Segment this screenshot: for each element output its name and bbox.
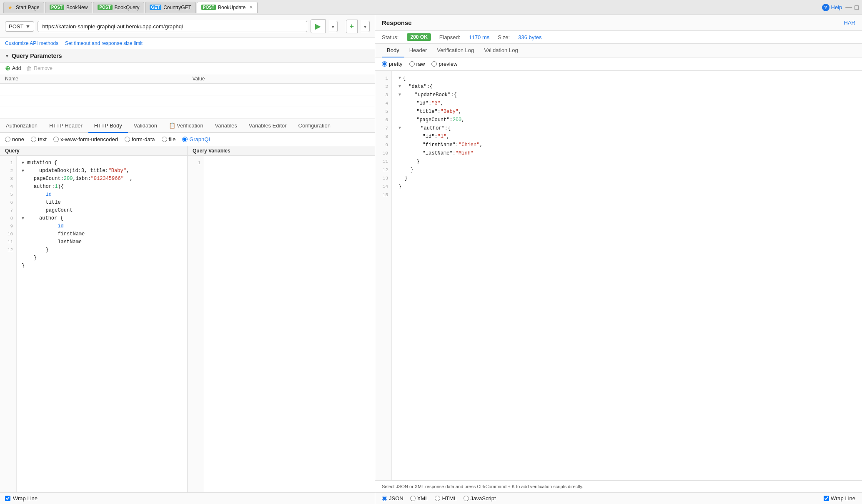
query-variables-content[interactable] xyxy=(204,156,375,492)
option-file[interactable]: file xyxy=(162,136,176,142)
add-button[interactable]: + xyxy=(346,20,358,33)
option-graphql[interactable]: GraphQL xyxy=(182,136,211,142)
elapsed-label: Elapsed: xyxy=(439,34,461,40)
col-name: Name xyxy=(0,74,188,84)
resp-tab-validation-log[interactable]: Validation Log xyxy=(479,44,523,57)
query-code-editor[interactable]: 1 2 3 4 5 6 7 8 9 10 11 12 xyxy=(0,156,187,492)
tab-http-header[interactable]: HTTP Header xyxy=(43,119,88,133)
resp-wrap-line[interactable]: Wrap Line xyxy=(824,495,855,502)
tab-authorization[interactable]: Authorization xyxy=(0,119,43,133)
tab-validation[interactable]: Validation xyxy=(128,119,163,133)
maximize-icon[interactable]: □ xyxy=(854,4,859,11)
query-code-content[interactable]: ▼ mutation { ▼ updateBook(id:3, title:"B… xyxy=(17,156,187,492)
remove-param-button[interactable]: 🗑 Remove xyxy=(26,65,53,72)
tab-verification[interactable]: 📋Verification xyxy=(163,119,209,133)
resp-wrap-line-checkbox[interactable] xyxy=(824,496,829,501)
url-input[interactable] xyxy=(38,21,307,32)
response-tabs: Body Header Verification Log Validation … xyxy=(375,44,862,57)
tab-countryget[interactable]: GET CountryGET xyxy=(145,2,196,13)
option-xwww[interactable]: x-www-form-urlencoded xyxy=(53,136,118,142)
param-value-input[interactable] xyxy=(193,98,370,104)
variables-line-numbers: 1 xyxy=(188,156,204,492)
verification-icon: 📋 xyxy=(169,122,175,129)
option-formdata[interactable]: form-data xyxy=(125,136,155,142)
left-panel: POST ▼ ▶ ▼ + ▼ Customize API methods Set… xyxy=(0,15,375,504)
resp-wrap-line-label: Wrap Line xyxy=(831,495,855,502)
params-table-container: Name Value xyxy=(0,74,375,119)
json-line-numbers: 1 2 3 4 5 6 7 8 9 10 11 12 13 14 15 xyxy=(375,71,392,480)
json-line: ▼ { xyxy=(398,74,855,82)
resp-tab-header[interactable]: Header xyxy=(404,44,432,57)
json-line: "lastName":"Minh" xyxy=(398,149,855,157)
param-name-input[interactable] xyxy=(5,87,183,92)
tab-configuration[interactable]: Configuration xyxy=(293,119,336,133)
collapse-icon[interactable]: ▼ xyxy=(398,82,401,91)
param-name-input[interactable] xyxy=(5,98,183,104)
tab-bookupdate[interactable]: POST BookUpdate ✕ xyxy=(197,2,258,13)
collapse-icon[interactable]: ▼ xyxy=(398,91,401,99)
star-icon: ★ xyxy=(8,5,13,10)
add-param-label: Add xyxy=(12,65,21,71)
resp-tab-body[interactable]: Body xyxy=(382,44,404,57)
params-title: Query Parameters xyxy=(12,52,62,59)
har-link[interactable]: HAR xyxy=(844,20,855,26)
col-value: Value xyxy=(188,74,375,84)
response-title: Response xyxy=(382,19,412,26)
tab-start-page[interactable]: ★ Start Page xyxy=(3,2,44,13)
json-code: ▼ { ▼ "data":{ ▼ "updateBook":{ "id":"3"… xyxy=(392,71,862,480)
tab-variables-editor[interactable]: Variables Editor xyxy=(243,119,293,133)
tab-label: Start Page xyxy=(16,5,40,10)
run-button[interactable]: ▶ xyxy=(311,19,326,33)
wrap-line-checkbox[interactable] xyxy=(5,496,10,501)
option-text[interactable]: text xyxy=(31,136,47,142)
option-none[interactable]: none xyxy=(5,136,24,142)
remove-param-icon: 🗑 xyxy=(26,65,32,72)
param-value-cell[interactable] xyxy=(188,95,375,107)
run-dropdown-button[interactable]: ▼ xyxy=(329,21,338,32)
add-param-button[interactable]: ⊕ Add xyxy=(5,65,21,72)
elapsed-value: 1170 ms xyxy=(469,34,489,40)
param-value-input[interactable] xyxy=(193,87,370,92)
format-pretty[interactable]: pretty xyxy=(382,61,403,67)
format-preview[interactable]: preview xyxy=(431,61,457,67)
tab-bar: ★ Start Page POST BookNew POST BookQuery… xyxy=(0,0,862,15)
query-variables-code-editor[interactable]: 1 xyxy=(188,156,375,492)
param-value-cell[interactable] xyxy=(188,84,375,95)
param-name-cell[interactable] xyxy=(0,84,188,95)
tab-booknew[interactable]: POST BookNew xyxy=(45,2,93,13)
add-dropdown-button[interactable]: ▼ xyxy=(361,21,370,32)
customize-api-link[interactable]: Customize API methods xyxy=(5,40,58,46)
param-name-cell[interactable] xyxy=(0,107,188,119)
tab-bookquery[interactable]: POST BookQuery xyxy=(93,2,144,13)
format-html[interactable]: HTML xyxy=(435,495,456,502)
json-line: ▼ "author":{ xyxy=(398,124,855,132)
format-raw[interactable]: raw xyxy=(409,61,425,67)
query-variables-label: Query Variables xyxy=(188,146,375,156)
minimize-icon[interactable]: — xyxy=(845,4,852,11)
param-value-input[interactable] xyxy=(193,110,370,116)
collapse-icon[interactable]: ▼ xyxy=(398,74,401,82)
params-collapse-icon[interactable] xyxy=(5,54,9,58)
tab-http-body[interactable]: HTTP Body xyxy=(88,119,128,133)
param-name-input[interactable] xyxy=(5,110,183,116)
method-select[interactable]: POST ▼ xyxy=(5,21,34,32)
tab-close-icon[interactable]: ✕ xyxy=(249,5,253,10)
param-value-cell[interactable] xyxy=(188,107,375,119)
main-layout: POST ▼ ▶ ▼ + ▼ Customize API methods Set… xyxy=(0,15,862,504)
param-name-cell[interactable] xyxy=(0,95,188,107)
json-line: "title":"Baby", xyxy=(398,107,855,116)
tab-variables[interactable]: Variables xyxy=(209,119,243,133)
status-badge: 200 OK xyxy=(407,33,431,41)
query-params-header: Query Parameters xyxy=(0,49,375,63)
help-button[interactable]: ? Help xyxy=(822,4,842,11)
json-line: ▼ "updateBook":{ xyxy=(398,91,855,99)
method-value: POST xyxy=(9,23,23,30)
add-icon: + xyxy=(350,22,354,31)
collapse-icon[interactable]: ▼ xyxy=(398,124,401,132)
format-xml[interactable]: XML xyxy=(410,495,428,502)
set-timeout-link[interactable]: Set timeout and response size limit xyxy=(65,40,143,46)
format-json[interactable]: JSON xyxy=(382,495,403,502)
json-line: ▼ "data":{ xyxy=(398,82,855,91)
format-javascript[interactable]: JavaScript xyxy=(464,495,496,502)
resp-tab-verification-log[interactable]: Verification Log xyxy=(432,44,479,57)
